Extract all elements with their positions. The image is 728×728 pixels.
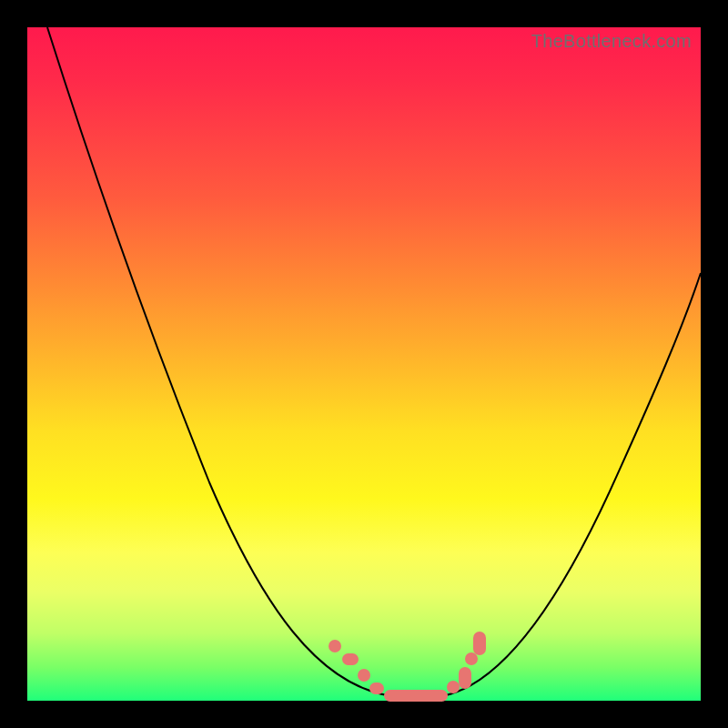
marker-dot <box>465 652 478 665</box>
marker-capsule <box>459 667 471 689</box>
chart-frame: TheBottleneck.com <box>0 0 728 728</box>
marker-capsule <box>369 682 384 694</box>
marker-dot <box>358 669 370 682</box>
marker-capsule <box>473 632 486 655</box>
curve-left-branch <box>47 27 387 695</box>
bottleneck-curve <box>27 27 701 701</box>
curve-right-branch <box>446 273 701 695</box>
marker-capsule <box>342 653 359 665</box>
plot-area: TheBottleneck.com <box>27 27 701 701</box>
marker-dot <box>329 640 341 652</box>
marker-capsule-long <box>384 690 448 702</box>
valley-markers <box>329 632 486 702</box>
marker-dot <box>447 681 460 693</box>
